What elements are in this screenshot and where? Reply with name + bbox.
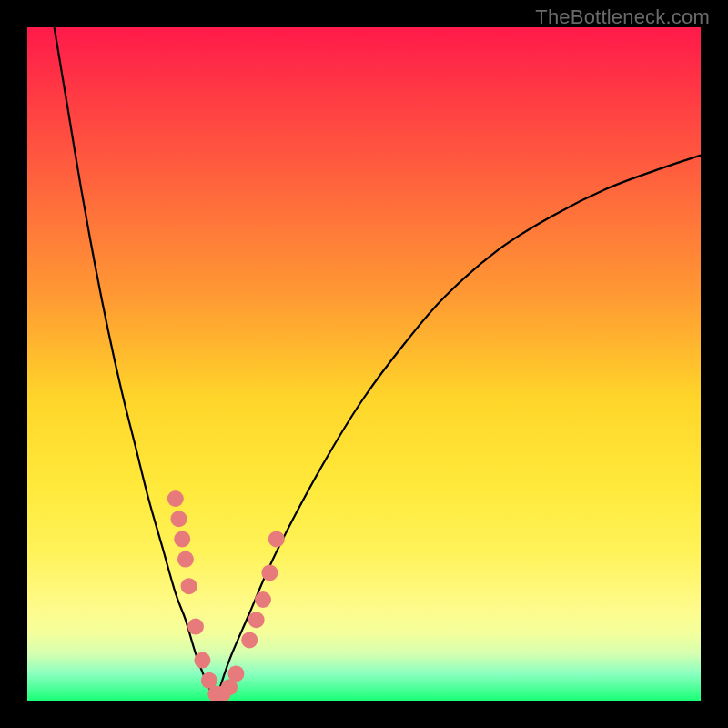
marker-dot: [194, 652, 210, 669]
marker-dot: [228, 665, 244, 682]
left-curve: [55, 27, 217, 701]
watermark-text: TheBottleneck.com: [535, 5, 710, 29]
chart-frame: TheBottleneck.com: [0, 0, 728, 728]
marker-dot: [187, 619, 204, 635]
marker-dot: [171, 511, 187, 527]
marker-dot: [167, 490, 184, 507]
marker-dot: [241, 632, 258, 648]
marker-dot: [255, 592, 271, 608]
chart-svg: [27, 27, 701, 701]
plot-area: [27, 27, 701, 701]
right-curve: [216, 156, 701, 701]
marker-dot: [268, 531, 285, 547]
marker-dot: [261, 564, 278, 581]
marker-dot: [248, 612, 265, 628]
marker-dot: [174, 531, 190, 547]
marker-dot: [177, 551, 194, 568]
marker-dot: [181, 578, 197, 594]
